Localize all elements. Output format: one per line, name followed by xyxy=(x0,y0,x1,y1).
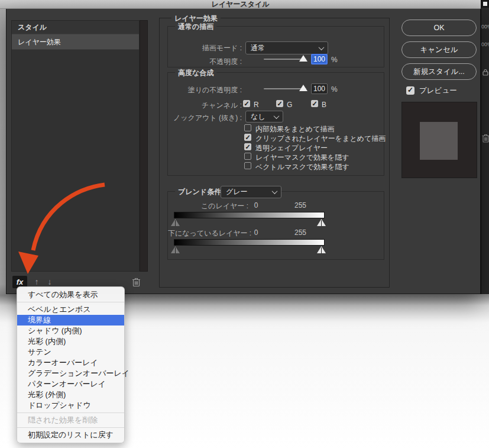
general-blending-group: 通常の描画 描画モード : 通常 不透明度 : 100 % xyxy=(167,26,384,67)
transparency-shapes-label: 透明シェイプレイヤー xyxy=(255,143,328,153)
blend-mode-value: 通常 xyxy=(251,43,265,53)
cancel-button[interactable]: キャンセル xyxy=(401,41,477,58)
menu-item-pattern-overlay[interactable]: パターンオーバーレイ xyxy=(17,379,124,389)
vector-mask-hides-checkbox[interactable] xyxy=(244,162,251,169)
panel-trash-icon[interactable] xyxy=(482,134,489,143)
blend-interior-label: 内部効果をまとめて描画 xyxy=(255,124,334,134)
this-layer-max: 255 xyxy=(292,201,309,210)
knockout-dropdown[interactable]: なし xyxy=(245,111,283,123)
dialog-titlebar[interactable]: レイヤースタイル xyxy=(0,0,481,9)
fill-opacity-unit: % xyxy=(331,85,338,94)
new-style-button[interactable]: 新規スタイル... xyxy=(401,63,477,80)
layer-mask-hides-checkbox[interactable] xyxy=(244,153,251,160)
layers-panel-header xyxy=(481,0,489,8)
layers-panel-backdrop: 00% 00% xyxy=(481,0,489,294)
blend-mode-label: 描画モード : xyxy=(168,43,242,53)
lock-icon[interactable] xyxy=(482,69,488,76)
blend-clipped-checkbox[interactable]: ✓ xyxy=(244,134,251,141)
opacity-input[interactable]: 100 xyxy=(311,54,328,65)
menu-item-bevel-emboss[interactable]: ベベルとエンボス xyxy=(17,304,124,315)
blend-if-dropdown[interactable]: グレー xyxy=(221,186,281,198)
this-layer-min: 0 xyxy=(250,201,262,210)
menu-item-gradient-overlay[interactable]: グラデーションオーバーレイ xyxy=(17,368,124,379)
menu-divider xyxy=(17,427,124,428)
fill-value-clipped: 00% xyxy=(481,41,489,47)
style-preview-thumbnail xyxy=(401,102,477,178)
opacity-value-clipped: 00% xyxy=(481,24,489,30)
preview-checkbox[interactable]: ✓ xyxy=(406,86,414,95)
layer-style-dialog: スタイル レイヤー効果 fx ↑ ↓ レイヤー効果 通常の描画 描画モード : … xyxy=(6,9,481,294)
preview-swatch xyxy=(420,122,458,160)
layer-mask-hides-label: レイヤーマスクで効果を隠す xyxy=(255,153,349,163)
check-icon: ✓ xyxy=(245,134,250,141)
underlying-layer-min: 0 xyxy=(250,228,262,237)
check-icon: ✓ xyxy=(245,143,250,150)
blend-mode-dropdown[interactable]: 通常 xyxy=(245,41,328,54)
underlying-layer-max: 255 xyxy=(292,228,309,237)
opacity-slider-track[interactable] xyxy=(264,59,306,60)
check-icon: ✓ xyxy=(312,100,317,107)
panel-thumbnail-icon xyxy=(483,2,487,6)
advanced-blending-group: 高度な合成 塗りの不透明度 : 100 % チャンネル : ✓ R ✓ G ✓ … xyxy=(167,72,384,176)
ok-button[interactable]: OK xyxy=(401,20,477,36)
effects-context-menu: すべての効果を表示 ベベルとエンボス 境界線 シャドウ (内側) 光彩 (内側)… xyxy=(17,286,125,443)
fill-opacity-slider-track[interactable] xyxy=(264,88,306,89)
advanced-blending-legend: 高度な合成 xyxy=(175,68,216,78)
blend-clipped-label: クリップされたレイヤーをまとめて描画 xyxy=(255,134,386,144)
underlying-white-thumb[interactable] xyxy=(317,246,326,253)
blend-if-group: ブレンド条件 : グレー このレイヤー : 0 255 下になっているレイヤー … xyxy=(167,191,384,260)
dialog-title: レイヤースタイル xyxy=(212,0,270,8)
menu-item-outer-glow[interactable]: 光彩 (外側) xyxy=(17,389,124,400)
blend-interior-checkbox[interactable] xyxy=(244,124,251,131)
channels-label: チャンネル : xyxy=(168,101,242,111)
knockout-value: なし xyxy=(251,112,265,122)
menu-item-satin[interactable]: サテン xyxy=(17,347,124,357)
channel-b-label: B xyxy=(322,101,326,109)
check-icon: ✓ xyxy=(244,100,249,107)
underlying-layer-label: 下になっているレイヤー : xyxy=(168,228,248,238)
menu-item-inner-shadow[interactable]: シャドウ (内側) xyxy=(17,325,124,336)
channel-g-label: G xyxy=(287,101,292,109)
chevron-down-icon xyxy=(319,44,325,50)
opacity-unit: % xyxy=(331,56,338,64)
this-layer-label: このレイヤー : xyxy=(168,201,248,211)
channel-r-checkbox[interactable]: ✓ xyxy=(243,100,250,107)
styles-list-scrollbar[interactable] xyxy=(140,20,148,272)
this-layer-black-thumb[interactable] xyxy=(171,219,180,226)
underlying-layer-gradient-bar xyxy=(174,239,325,246)
underlying-black-thumb[interactable] xyxy=(171,246,180,253)
menu-divider xyxy=(17,302,124,302)
fill-opacity-label: 塗りの不透明度 : xyxy=(168,85,242,95)
general-blending-legend: 通常の描画 xyxy=(175,22,216,32)
menu-item-drop-shadow[interactable]: ドロップシャドウ xyxy=(17,400,124,411)
menu-item-inner-glow[interactable]: 光彩 (内側) xyxy=(17,336,124,347)
channel-g-checkbox[interactable]: ✓ xyxy=(276,100,283,107)
menu-item-show-all-effects[interactable]: すべての効果を表示 xyxy=(17,289,124,300)
styles-list-item-layer-effects[interactable]: レイヤー効果 xyxy=(12,34,139,50)
this-layer-white-thumb[interactable] xyxy=(317,219,326,226)
opacity-label: 不透明度 : xyxy=(168,57,242,67)
channel-b-checkbox[interactable]: ✓ xyxy=(311,100,318,107)
menu-item-restore-default-list[interactable]: 初期設定のリストに戻す xyxy=(17,430,124,440)
this-layer-gradient-bar xyxy=(174,212,325,218)
check-icon: ✓ xyxy=(407,86,413,94)
delete-effect-trash-icon[interactable] xyxy=(132,277,141,287)
chevron-down-icon xyxy=(274,113,280,119)
check-icon: ✓ xyxy=(277,100,282,107)
styles-list: スタイル レイヤー効果 xyxy=(11,20,140,272)
styles-list-header[interactable]: スタイル xyxy=(12,21,139,34)
transparency-shapes-checkbox[interactable]: ✓ xyxy=(244,143,251,150)
blend-if-value: グレー xyxy=(226,187,248,197)
knockout-label: ノックアウト (抜き) : xyxy=(168,113,242,123)
chevron-down-icon xyxy=(272,188,278,194)
layer-effects-panel: レイヤー効果 通常の描画 描画モード : 通常 不透明度 : 100 % 高度な… xyxy=(159,18,390,288)
menu-divider xyxy=(17,412,124,413)
preview-label: プレビュー xyxy=(419,86,457,96)
channel-r-label: R xyxy=(254,101,259,109)
vector-mask-hides-label: ベクトルマスクで効果を隠す xyxy=(255,162,349,172)
menu-item-delete-hidden-effects: 隠された効果を削除 xyxy=(17,415,124,426)
menu-item-color-overlay[interactable]: カラーオーバーレイ xyxy=(17,357,124,368)
fill-opacity-input[interactable]: 100 xyxy=(311,83,328,94)
menu-item-stroke[interactable]: 境界線 xyxy=(17,315,124,325)
